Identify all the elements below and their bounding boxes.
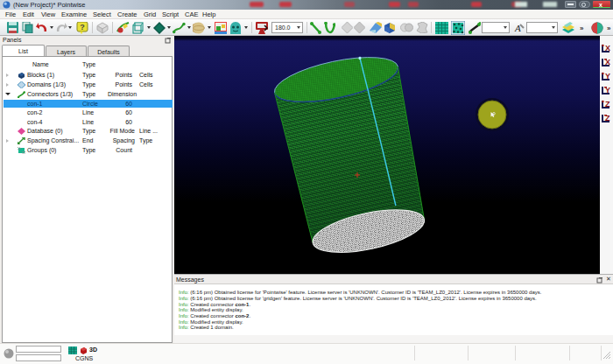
svg-text:Y: Y: [605, 72, 610, 80]
svg-text:?: ?: [80, 23, 85, 32]
svg-text:Y: Y: [605, 86, 610, 94]
svg-text:X: X: [605, 58, 610, 66]
svg-text:Z: Z: [605, 114, 610, 122]
svg-text:A: A: [514, 23, 521, 33]
svg-text:X: X: [605, 44, 610, 52]
svg-text:Z: Z: [605, 100, 610, 108]
